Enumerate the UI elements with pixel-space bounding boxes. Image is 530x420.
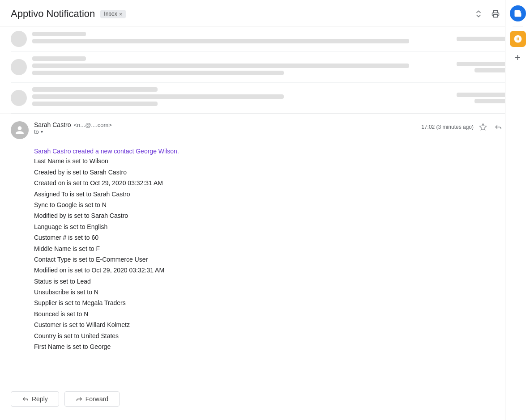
- email-title: Apptivo Notification: [11, 8, 95, 20]
- forward-button-label: Forward: [85, 395, 108, 403]
- body-line-14: Supplier is set to Megala Traders: [34, 298, 519, 308]
- body-line-18: First Name is set to George: [34, 342, 519, 352]
- notification-link[interactable]: Sarah Castro created a new contact Georg…: [34, 148, 179, 155]
- sender-info: Sarah Castro <n...@....com> to ▾: [34, 121, 112, 135]
- sidebar-divider: [513, 26, 523, 26]
- body-line-10: Contact Type is set to E-Commerce User: [34, 255, 519, 264]
- body-line-16: Customer is set to Willard Kolmetz: [34, 320, 519, 330]
- body-line-12: Status is set to Lead: [34, 276, 519, 286]
- plus-icon: +: [515, 52, 521, 64]
- blurred-line: [32, 64, 409, 68]
- body-line-13: Unsubscribe is set to N: [34, 287, 519, 297]
- blurred-line: [32, 32, 86, 36]
- body-line-5: Sync to Google is set to N: [34, 200, 519, 210]
- star-button[interactable]: [477, 121, 489, 133]
- body-line-8: Customer # is set to 60: [34, 233, 519, 242]
- blurred-email-row-1[interactable]: [11, 26, 519, 52]
- sidebar-add-button[interactable]: +: [511, 51, 525, 65]
- header-left: Apptivo Notification Inbox ×: [11, 8, 126, 20]
- svg-marker-2: [480, 124, 487, 130]
- blurred-content-1: [32, 32, 451, 46]
- body-line-11: Modified on is set to Oct 29, 2020 03:32…: [34, 265, 519, 275]
- body-line-1: Last Name is set to Wilson: [34, 156, 519, 166]
- body-line-17: Country is set to United States: [34, 331, 519, 341]
- body-line-4: Assigned To is set to Sarah Castro: [34, 189, 519, 199]
- inbox-badge-label: Inbox: [104, 11, 117, 17]
- blurred-line: [32, 71, 284, 75]
- sender-to-dropdown[interactable]: to ▾: [34, 128, 112, 135]
- blurred-email-row-2[interactable]: [11, 52, 519, 83]
- blurred-line: [32, 102, 158, 106]
- reply-button-label: Reply: [32, 395, 48, 403]
- sidebar-tasks-icon[interactable]: [510, 5, 526, 21]
- blurred-avatar-3: [11, 90, 27, 106]
- body-line-6: Modified by is set to Sarah Castro: [34, 211, 519, 221]
- sender-email: <n...@....com>: [73, 122, 111, 128]
- blurred-email-row-3[interactable]: [11, 83, 519, 114]
- message-header: Sarah Castro <n...@....com> to ▾ 17:02 (…: [11, 121, 519, 139]
- email-header: Apptivo Notification Inbox ×: [0, 0, 530, 26]
- blurred-content-3: [32, 87, 451, 109]
- sidebar-apptivo-icon[interactable]: [510, 31, 526, 47]
- forward-icon: [76, 395, 83, 403]
- svg-rect-0: [494, 15, 498, 17]
- reply-button[interactable]: Reply: [11, 391, 59, 407]
- apptivo-icon: [513, 34, 522, 43]
- body-line-2: Created by is set to Sarah Castro: [34, 167, 519, 177]
- body-line-7: Language is set to English: [34, 222, 519, 232]
- inbox-badge: Inbox ×: [100, 10, 126, 18]
- print-button[interactable]: [489, 7, 502, 21]
- blurred-line: [32, 56, 86, 61]
- sender-avatar: [11, 121, 29, 139]
- email-actions-bar: Reply Forward: [0, 382, 530, 420]
- sender-name: Sarah Castro: [34, 121, 71, 128]
- blurred-line: [32, 87, 158, 92]
- forward-button[interactable]: Forward: [64, 391, 120, 407]
- reply-button-header[interactable]: [492, 121, 504, 133]
- reply-icon: [22, 395, 29, 403]
- right-sidebar: +: [505, 0, 530, 420]
- blurred-avatar-1: [11, 31, 27, 47]
- move-older-newer-button[interactable]: [472, 7, 485, 21]
- blurred-avatar-2: [11, 59, 27, 75]
- inbox-badge-close[interactable]: ×: [119, 11, 123, 17]
- email-message: Sarah Castro <n...@....com> to ▾ 17:02 (…: [0, 114, 530, 382]
- body-line-15: Bounced is set to N: [34, 309, 519, 319]
- message-timestamp: 17:02 (3 minutes ago): [421, 124, 474, 130]
- chevron-down-icon: ▾: [41, 129, 43, 134]
- email-body: Sarah Castro created a new contact Georg…: [11, 146, 519, 352]
- check-circle-icon: [513, 9, 522, 18]
- sender-area: Sarah Castro <n...@....com> to ▾: [11, 121, 112, 139]
- blurred-line: [32, 94, 284, 99]
- to-label: to: [34, 128, 39, 135]
- sender-name-row: Sarah Castro <n...@....com>: [34, 121, 112, 128]
- body-line-3: Created on is set to Oct 29, 2020 03:32:…: [34, 178, 519, 188]
- blurred-line: [32, 39, 409, 43]
- blurred-content-2: [32, 56, 451, 78]
- blurred-emails-section: [0, 26, 530, 114]
- body-line-9: Middle Name is set to F: [34, 244, 519, 254]
